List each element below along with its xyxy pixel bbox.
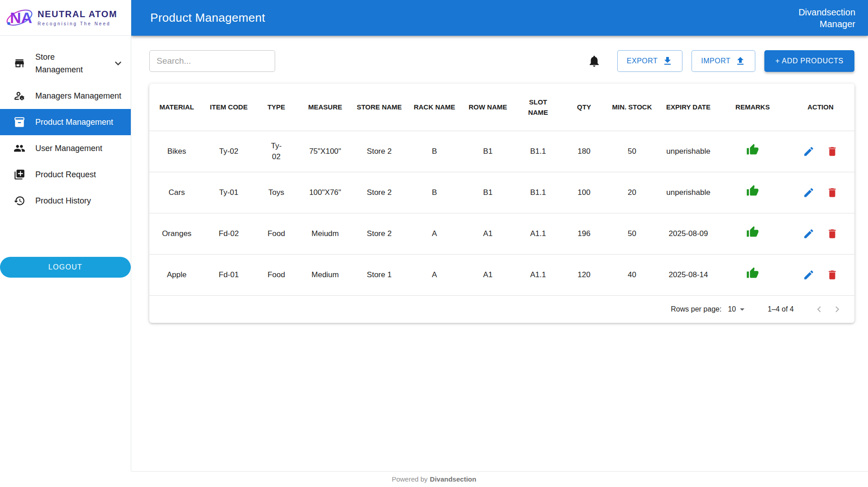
chevron-left-icon bbox=[813, 303, 825, 315]
thumb-up-icon[interactable] bbox=[746, 267, 759, 279]
column-header-store-name: STORE NAME bbox=[351, 84, 407, 131]
cell-rack: A bbox=[407, 254, 462, 295]
next-page-button[interactable] bbox=[828, 300, 846, 318]
sidebar-item-store-management[interactable]: Store Management bbox=[0, 44, 131, 83]
download-icon bbox=[662, 56, 673, 66]
user-role: Manager bbox=[798, 18, 855, 30]
cell-remarks bbox=[719, 213, 787, 254]
cell-action bbox=[787, 172, 854, 213]
sidebar-item-managers-management[interactable]: Managers Management bbox=[0, 83, 131, 109]
cell-row: A1 bbox=[462, 213, 514, 254]
delete-button[interactable] bbox=[826, 187, 838, 199]
dropdown-arrow-icon bbox=[737, 304, 748, 315]
column-header-type: TYPE bbox=[253, 84, 299, 131]
cell-remarks bbox=[719, 172, 787, 213]
table-row: BikesTy-02Ty-0275"X100"Store 2BB1B1.1180… bbox=[149, 131, 854, 172]
sidebar-item-product-request[interactable]: Product Request bbox=[0, 161, 131, 188]
cell-expiry: unperishable bbox=[658, 172, 719, 213]
edit-button[interactable] bbox=[803, 146, 815, 157]
main-content: EXPORT IMPORT + ADD PRODUCTS MATERIALITE… bbox=[131, 36, 868, 323]
toolbar: EXPORT IMPORT + ADD PRODUCTS bbox=[149, 50, 854, 72]
cell-measure: Meiudm bbox=[299, 213, 351, 254]
brand-tagline: Recognising The Need bbox=[38, 21, 117, 26]
app-header: Product Management Divandsection Manager bbox=[131, 0, 868, 36]
thumb-up-icon[interactable] bbox=[746, 184, 759, 197]
export-label: EXPORT bbox=[627, 57, 658, 65]
history-icon bbox=[14, 195, 25, 207]
cell-qty: 120 bbox=[562, 254, 606, 295]
cell-min-stock: 50 bbox=[606, 131, 658, 172]
cell-item-code: Ty-01 bbox=[204, 172, 253, 213]
sidebar-item-label: Product Request bbox=[35, 168, 96, 181]
rows-per-page-value: 10 bbox=[728, 305, 736, 313]
cell-expiry: unperishable bbox=[658, 131, 719, 172]
sidebar-item-user-management[interactable]: User Management bbox=[0, 135, 131, 161]
chevron-right-icon bbox=[831, 303, 843, 315]
search-input[interactable] bbox=[149, 50, 275, 72]
edit-button[interactable] bbox=[803, 228, 815, 240]
sidebar-item-label: User Management bbox=[35, 142, 102, 155]
cell-material: Apple bbox=[149, 254, 204, 295]
delete-button[interactable] bbox=[826, 269, 838, 281]
cell-type: Food bbox=[253, 213, 299, 254]
add-products-button[interactable]: + ADD PRODUCTS bbox=[764, 50, 854, 72]
cell-action bbox=[787, 213, 854, 254]
column-header-qty: QTY bbox=[562, 84, 606, 131]
cell-rack: B bbox=[407, 172, 462, 213]
export-button[interactable]: EXPORT bbox=[617, 50, 683, 72]
rows-per-page-select[interactable]: 10 bbox=[728, 304, 748, 315]
column-header-slot-name: SLOT NAME bbox=[514, 84, 562, 131]
edit-button[interactable] bbox=[803, 269, 815, 281]
column-header-expiry-date: EXPIRY DATE bbox=[658, 84, 719, 131]
cell-min-stock: 20 bbox=[606, 172, 658, 213]
table-row: CarsTy-01Toys100"X76"Store 2BB1B1.110020… bbox=[149, 172, 854, 213]
user-company: Divandsection bbox=[798, 6, 855, 18]
import-label: IMPORT bbox=[701, 57, 730, 65]
cell-item-code: Ty-02 bbox=[204, 131, 253, 172]
logout-button[interactable]: LOGOUT bbox=[0, 257, 131, 278]
cell-item-code: Fd-02 bbox=[204, 213, 253, 254]
notifications-bell-icon[interactable] bbox=[587, 54, 601, 68]
cell-min-stock: 50 bbox=[606, 213, 658, 254]
column-header-material: MATERIAL bbox=[149, 84, 204, 131]
column-header-action: ACTION bbox=[787, 84, 854, 131]
cell-slot: B1.1 bbox=[514, 131, 562, 172]
cell-material: Bikes bbox=[149, 131, 204, 172]
cell-material: Cars bbox=[149, 172, 204, 213]
cell-expiry: 2025-08-14 bbox=[658, 254, 719, 295]
column-header-item-code: ITEM CODE bbox=[204, 84, 253, 131]
pagination: Rows per page: 10 1–4 of 4 bbox=[149, 296, 854, 323]
sidebar-menu: Store ManagementManagers ManagementProdu… bbox=[0, 36, 131, 214]
sidebar-item-product-management[interactable]: Product Management bbox=[0, 109, 131, 135]
footer-powered-by: Powered by bbox=[392, 475, 428, 483]
cell-type: Food bbox=[253, 254, 299, 295]
cell-rack: B bbox=[407, 131, 462, 172]
table-row: OrangesFd-02FoodMeiudmStore 2AA1A1.11965… bbox=[149, 213, 854, 254]
inventory-icon bbox=[14, 116, 25, 128]
cell-measure: 75"X100" bbox=[299, 131, 351, 172]
cell-store: Store 2 bbox=[351, 131, 407, 172]
page: Product Management Divandsection Manager… bbox=[0, 0, 868, 487]
thumb-up-icon[interactable] bbox=[746, 226, 759, 238]
import-button[interactable]: IMPORT bbox=[692, 50, 755, 72]
cell-action bbox=[787, 254, 854, 295]
edit-button[interactable] bbox=[803, 187, 815, 199]
footer-divider bbox=[131, 471, 868, 472]
delete-button[interactable] bbox=[826, 146, 838, 157]
cell-expiry: 2025-08-09 bbox=[658, 213, 719, 254]
cell-remarks bbox=[719, 131, 787, 172]
cell-row: B1 bbox=[462, 131, 514, 172]
table-body: BikesTy-02Ty-0275"X100"Store 2BB1B1.1180… bbox=[149, 131, 854, 295]
brand-logo-mark: NA bbox=[5, 5, 33, 31]
chevron-down-icon bbox=[112, 57, 124, 70]
thumb-up-icon[interactable] bbox=[746, 143, 759, 156]
products-table: MATERIALITEM CODETYPEMEASURESTORE NAMERA… bbox=[149, 84, 854, 296]
footer: Powered by Divandsection bbox=[0, 471, 868, 487]
cell-row: B1 bbox=[462, 172, 514, 213]
pagination-range: 1–4 of 4 bbox=[768, 305, 794, 313]
previous-page-button[interactable] bbox=[810, 300, 828, 318]
delete-button[interactable] bbox=[826, 228, 838, 240]
sidebar-item-product-history[interactable]: Product History bbox=[0, 188, 131, 214]
cell-store: Store 1 bbox=[351, 254, 407, 295]
rows-per-page-label: Rows per page: bbox=[671, 305, 721, 313]
